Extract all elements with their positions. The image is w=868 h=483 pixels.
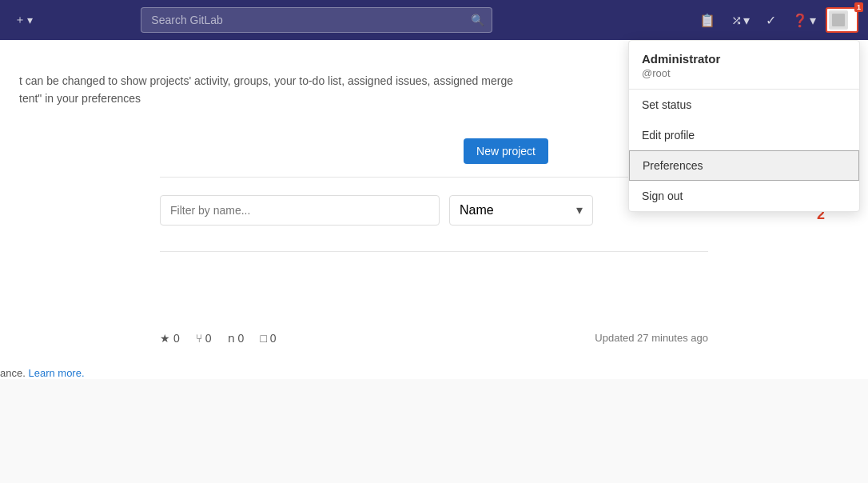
plus-icon: ＋	[14, 13, 26, 27]
forks-stat: ⑂ 0	[196, 332, 212, 345]
snippets-count: 0	[270, 332, 277, 345]
help-button[interactable]: ❓ ▾	[786, 10, 822, 31]
chevron-down-icon: ▾	[850, 15, 855, 26]
sort-label: Name	[460, 203, 494, 218]
divider	[160, 177, 708, 178]
check-icon: ✓	[766, 13, 776, 28]
nav-left: ＋ ▾	[10, 10, 38, 30]
user-dropdown: Administrator @root Set status Edit prof…	[628, 40, 860, 212]
dropdown-header: Administrator @root	[629, 41, 859, 90]
chevron-down-icon: ▾	[576, 202, 583, 218]
nav-right: 📋 ⤮ ▾ ✓ ❓ ▾ ▾ 1	[693, 7, 858, 33]
snippet-icon: □	[260, 332, 266, 345]
stars-stat: ★ 0	[160, 332, 180, 345]
snippets-stat: □ 0	[260, 332, 276, 345]
svg-rect-1	[832, 14, 845, 26]
help-icon: ❓	[792, 13, 808, 28]
avatar	[829, 10, 848, 30]
mergerequests-count: 0	[238, 332, 245, 345]
navbar: ＋ ▾ 🔍 📋 ⤮ ▾ ✓ ❓ ▾ ▾	[0, 0, 868, 40]
edit-profile-item[interactable]: Edit profile	[629, 120, 859, 150]
document-icon: 📋	[699, 13, 715, 28]
search-bar: 🔍	[141, 7, 492, 33]
dropdown-handle: @root	[642, 67, 846, 79]
notification-badge: 1	[854, 2, 863, 12]
learn-more-link[interactable]: Learn more.	[28, 367, 84, 379]
search-input[interactable]	[141, 7, 492, 33]
divider-2	[160, 251, 708, 252]
mergerequests-stat: ո 0	[228, 332, 245, 345]
intro-line-2: tent" in your preferences	[19, 92, 141, 105]
fork-icon: ⑂	[196, 332, 202, 345]
chevron-down-icon: ▾	[743, 13, 750, 28]
issues-button[interactable]: ✓	[759, 10, 782, 31]
chevron-down-icon: ▾	[810, 13, 816, 28]
filter-input[interactable]	[160, 195, 440, 226]
search-icon: 🔍	[471, 14, 484, 26]
preferences-item[interactable]: Preferences	[629, 150, 859, 181]
forks-count: 0	[205, 332, 212, 345]
merge-icon: ո	[228, 332, 235, 345]
sign-out-item[interactable]: Sign out	[629, 181, 859, 211]
merge-icon: ⤮	[731, 13, 742, 28]
chevron-down-icon: ▾	[27, 14, 33, 26]
star-icon: ★	[160, 332, 170, 345]
stars-count: 0	[173, 332, 180, 345]
sort-dropdown[interactable]: Name ▾	[449, 195, 593, 226]
new-project-button[interactable]: New project	[464, 138, 548, 164]
merge-requests-button[interactable]: ⤮ ▾	[725, 10, 756, 31]
todo-button[interactable]: 📋	[693, 10, 722, 31]
create-button[interactable]: ＋ ▾	[10, 10, 38, 30]
user-menu-button[interactable]: ▾ 1	[826, 7, 858, 33]
bottom-area: ance. Learn more.	[0, 361, 868, 379]
dropdown-username: Administrator	[642, 52, 846, 66]
updated-text: Updated 27 minutes ago	[595, 332, 708, 344]
bottom-prefix: ance.	[0, 367, 26, 379]
project-stats: ★ 0 ⑂ 0 ո 0 □ 0 Updated 27 minutes ago	[0, 316, 868, 361]
set-status-item[interactable]: Set status	[629, 90, 859, 120]
intro-line-1: t can be changed to show projects' activ…	[19, 74, 513, 87]
